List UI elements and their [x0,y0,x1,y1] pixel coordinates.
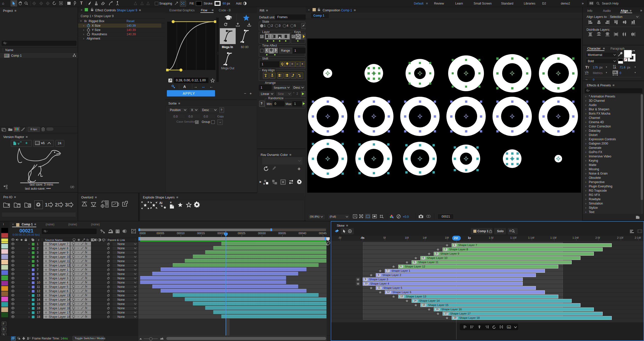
svg-text:1: 1 [45,202,48,208]
svg-text:Ai: Ai [159,201,162,205]
svg-text:2: 2 [55,202,58,208]
svg-text:3: 3 [65,202,68,208]
svg-text:A: A [587,71,589,74]
svg-text:Ae: Ae [508,326,510,328]
svg-text:x: x [263,182,265,185]
svg-text:×: × [170,201,172,204]
svg-text:A: A [614,66,616,69]
